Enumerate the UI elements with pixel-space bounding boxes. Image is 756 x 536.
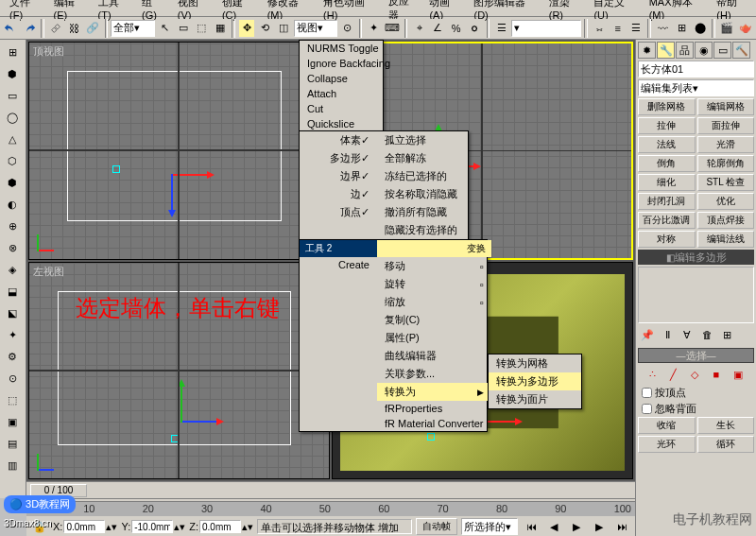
pin-stack-icon[interactable]: 📌 [638,325,657,344]
ctx-copy[interactable]: 复制(C) [377,311,491,329]
axis-y[interactable] [171,174,173,212]
pivot-icon[interactable]: ⊙ [338,19,356,38]
ctx-props[interactable]: 属性(P) [377,329,491,347]
ctx-wire-param[interactable]: 关联参数... [377,365,491,383]
axis-x[interactable] [171,174,209,176]
tab-modify-icon[interactable]: 🔧 [657,42,675,59]
btn-edit-mesh[interactable]: 编辑网格 [697,98,755,115]
named-sel-icon[interactable]: ☰ [492,19,510,38]
tab-display-icon[interactable]: ▭ [713,42,731,59]
sel-handle[interactable] [171,435,179,442]
btn-cap[interactable]: 封闭孔洞 [638,193,696,210]
ctx-convert-to[interactable]: 转换为▶ [377,383,491,401]
btn-tess[interactable]: 细化 [638,174,696,191]
tab-motion-icon[interactable]: ◉ [695,42,713,59]
ctx-create[interactable]: Create [300,257,377,272]
btn-stl[interactable]: STL 检查 [697,174,755,191]
ref-coord[interactable]: 视图▾ [294,20,337,37]
unique-icon[interactable]: ∀ [678,325,696,344]
axis-y[interactable] [180,385,182,423]
quick-render-icon[interactable]: 🫖 [736,19,754,38]
rotate-icon[interactable]: ⟲ [256,19,274,38]
ctx-border[interactable]: 边界 ✓ [300,167,377,185]
selection-filter[interactable]: 全部▾ [111,20,154,37]
undo-icon[interactable] [2,19,20,38]
render-scene-icon[interactable]: 🎬 [718,19,736,38]
redo-icon[interactable] [21,19,39,38]
ctx-scale[interactable]: 缩放▫ [377,293,491,311]
window-crossing-icon[interactable]: ▦ [212,19,230,38]
r5-icon[interactable]: ⬢ [2,172,23,193]
btn-face-ext[interactable]: 面拉伸 [697,117,755,134]
stack-list[interactable] [638,267,754,323]
play-icon[interactable]: ▶ [567,517,586,536]
btn-smooth[interactable]: 光滑 [697,136,755,153]
btn-ring[interactable]: 光环 [638,436,696,453]
r4-icon[interactable]: ⬡ [2,150,23,171]
coord-z-input[interactable] [199,520,241,533]
r17-icon[interactable]: ▤ [2,433,23,454]
r8-icon[interactable]: ⊗ [2,237,23,258]
btn-shrink[interactable]: 收缩 [638,417,696,434]
align-icon[interactable]: ≡ [609,19,627,38]
ctx-frprops[interactable]: fRProperties [377,401,491,416]
time-slider-bar[interactable]: 0 / 100 [26,482,635,499]
r15-icon[interactable]: ⬚ [2,389,23,410]
ctx-to-patch[interactable]: 转换为面片 [489,390,581,408]
object-name[interactable]: 长方体01 [638,61,754,78]
ctx-isolate[interactable]: 孤立选择 [377,131,468,149]
coord-y-input[interactable] [131,520,173,533]
edge-icon[interactable]: ╱ [670,369,677,381]
btn-grow[interactable]: 生长 [697,417,755,434]
config-icon[interactable]: ⊞ [717,325,736,344]
ctx-quickslice[interactable]: Quickslice [300,116,383,131]
tab-panel-icon[interactable]: ⊞ [2,42,23,62]
mirror-icon[interactable]: ⟗ [591,19,609,38]
remove-mod-icon[interactable]: 🗑 [697,325,716,344]
ctx-unhide-name[interactable]: 按名称取消隐藏 [377,185,468,203]
stack-header[interactable]: ◧ 编辑多边形 [638,250,754,265]
unlink-icon[interactable]: ⛓ [65,19,83,38]
tab-create-icon[interactable]: ✹ [638,42,656,59]
r9-icon[interactable]: ◈ [2,259,23,280]
pct-snap-icon[interactable]: % [447,19,465,38]
move-icon[interactable]: ✥ [238,19,256,38]
ctx-ignore-bf[interactable]: Ignore Backfacing [300,56,383,71]
r7-icon[interactable]: ⊕ [2,216,23,236]
btn-sym[interactable]: 对称 [638,231,696,248]
ctx-frmat[interactable]: fR Material Converter [377,416,491,431]
ctx-curve-ed[interactable]: 曲线编辑器 [377,347,491,365]
ctx-unhide-all[interactable]: 撤消所有隐藏 [377,203,468,221]
spinner-snap-icon[interactable]: ⭘ [466,19,484,38]
angle-snap-icon[interactable]: ∠ [429,19,447,38]
show-end-icon[interactable]: Ⅱ [658,325,677,344]
ctx-element[interactable]: 体素 ✓ [300,131,377,149]
layers-icon[interactable]: ☰ [627,19,645,38]
move-gizmo[interactable] [171,147,228,203]
btn-loop[interactable]: 循环 [697,436,755,453]
ctx-to-poly[interactable]: 转换为多边形 [489,372,581,390]
ctx-rotate[interactable]: 旋转▫ [377,275,491,293]
ctx-attach[interactable]: Attach [300,86,383,101]
r13-icon[interactable]: ⚙ [2,346,23,367]
viewport-top[interactable]: 顶视图 [28,42,330,260]
coord-x-input[interactable] [63,520,105,533]
ctx-cut[interactable]: Cut [300,101,383,116]
border-icon[interactable]: ◇ [691,369,698,381]
rollout-selection[interactable]: — 选择 — [638,348,754,363]
ctx-edge[interactable]: 边 ✓ [300,185,377,203]
btn-pct[interactable]: 百分比激调 [638,212,696,229]
r16-icon[interactable]: ▣ [2,411,23,432]
btn-bevel[interactable]: 倒角 [638,155,696,172]
btn-extrude[interactable]: 拉伸 [638,117,696,134]
modifier-list[interactable]: 编辑集列表 ▾ [638,79,754,96]
r1-icon[interactable]: ▭ [2,85,23,106]
goto-start-icon[interactable]: ⏮ [522,517,541,536]
link-icon[interactable] [47,19,65,38]
ctx-nurms[interactable]: NURMS Toggle [300,41,383,56]
prev-frame-icon[interactable]: ◀ [544,517,563,536]
ctx-polygon[interactable]: 多边形 ✓ [300,149,377,167]
curve-editor-icon[interactable]: 〰 [654,19,672,38]
r11-icon[interactable]: ⬕ [2,303,23,323]
btn-weld[interactable]: 顶点焊接 [697,212,755,229]
